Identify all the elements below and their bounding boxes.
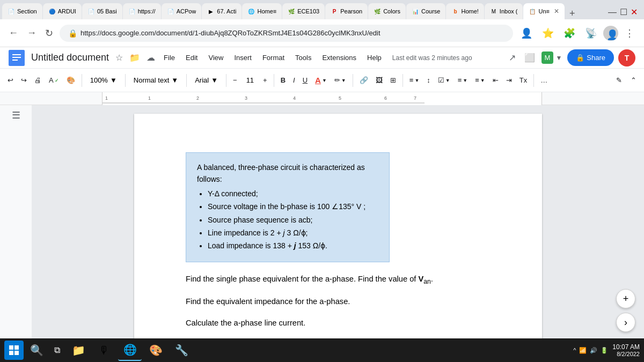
sidebar-outline-icon[interactable]: ☰ <box>12 109 20 121</box>
style-dropdown[interactable]: Normal text ▼ <box>129 73 183 87</box>
highlight-button[interactable]: ✏ ▼ <box>331 74 349 86</box>
user-avatar[interactable]: T <box>618 49 635 67</box>
minimize-button[interactable]: — <box>608 8 617 17</box>
cloud-save-button[interactable]: ☁ <box>144 50 157 65</box>
tab-arduin[interactable]: 🔵 ARDUI <box>43 3 82 19</box>
forward-button[interactable]: → <box>25 25 39 41</box>
google-meet-button[interactable]: M <box>541 51 554 64</box>
link-button[interactable]: 🔗 <box>356 74 371 86</box>
tab-05basic[interactable]: 📄 05 Basi <box>82 3 122 19</box>
new-tab-button[interactable]: + <box>565 8 580 19</box>
cast-icon[interactable]: 📡 <box>582 24 600 42</box>
menu-view[interactable]: View <box>204 50 228 65</box>
account-avatar[interactable]: 👤 <box>603 26 618 41</box>
table-button[interactable]: ⊞ <box>387 74 399 86</box>
start-button[interactable] <box>4 341 24 360</box>
browser-menu-button[interactable]: ⋮ <box>621 24 638 42</box>
font-dropdown[interactable]: Arial ▼ <box>190 73 223 87</box>
collapse-toolbar-button[interactable]: ⌃ <box>627 74 640 86</box>
docs-canvas[interactable]: A balanced, three-phase circuit is chara… <box>32 105 644 338</box>
redo-button[interactable]: ↪ <box>18 74 30 86</box>
align-button[interactable]: ≡▼ <box>406 74 423 86</box>
taskbar-search-button[interactable]: 🔍 <box>26 342 48 359</box>
address-input[interactable] <box>80 29 504 37</box>
tab-untitled[interactable]: 📋 Un≡ ✕ <box>523 3 564 19</box>
menu-extensions[interactable]: Extensions <box>318 50 361 65</box>
tab-close-untitled[interactable]: ✕ <box>554 8 559 15</box>
font-color-button[interactable]: A ▼ <box>312 73 330 87</box>
bold-button[interactable]: B <box>277 74 289 86</box>
separator-5 <box>274 74 274 87</box>
more-formatting-button[interactable]: … <box>537 74 551 86</box>
numbered-list-button[interactable]: ≡▼ <box>472 74 488 86</box>
taskbar-app6-button[interactable]: 🔧 <box>170 339 193 361</box>
font-size-dropdown[interactable]: 11 <box>241 73 259 87</box>
google-meet-dropdown[interactable]: ▼ <box>554 52 563 64</box>
star-button[interactable]: ☆ <box>113 50 125 65</box>
menu-format[interactable]: Format <box>258 50 289 65</box>
tab-ece103[interactable]: 🌿 ECE103 <box>282 3 325 19</box>
tab-homeb[interactable]: b Home! <box>446 3 484 19</box>
bookmark-icon[interactable]: ⭐ <box>539 24 557 42</box>
indent-more-button[interactable]: ⇥ <box>503 74 515 86</box>
restore-button[interactable]: ☐ <box>620 7 627 17</box>
indent-less-button[interactable]: ⇤ <box>489 74 502 86</box>
tab-course[interactable]: 📊 Course <box>406 3 445 19</box>
menu-edit[interactable]: Edit <box>181 50 202 65</box>
font-size-increase-button[interactable]: + <box>260 74 270 86</box>
menu-tools[interactable]: Tools <box>291 50 316 65</box>
clear-formatting-button[interactable]: Tx <box>516 74 530 86</box>
view-mode-button[interactable]: ⬜ <box>522 50 537 65</box>
tab-acpow[interactable]: 📄 ACPow <box>162 3 202 19</box>
battery-icon[interactable]: 🔋 <box>601 347 608 354</box>
zoom-dropdown[interactable]: 100% ▼ <box>85 73 122 87</box>
volume-icon[interactable]: 🔊 <box>590 347 597 354</box>
menu-help[interactable]: Help <box>363 50 386 65</box>
collapse-right-button[interactable]: › <box>616 313 635 332</box>
tab-homes[interactable]: 🌐 Home≡ <box>242 3 282 19</box>
zoom-in-floating-button[interactable]: + <box>616 289 635 308</box>
reload-button[interactable]: ↻ <box>43 25 55 41</box>
docs-menubar: Untitled document ☆ 📁 ☁ File Edit View I… <box>0 47 644 69</box>
tab-section[interactable]: 📄 Section <box>2 3 42 19</box>
font-size-decrease-button[interactable]: − <box>230 74 240 86</box>
undo-button[interactable]: ↩ <box>4 74 17 86</box>
separator-6 <box>353 74 353 87</box>
spellcheck-button[interactable]: A✓ <box>46 74 62 86</box>
edit-pen-button[interactable]: ✎ <box>613 74 625 86</box>
italic-button[interactable]: I <box>290 74 298 86</box>
close-button[interactable]: ✕ <box>631 7 638 17</box>
bullet-list-button[interactable]: ≡▼ <box>455 74 471 86</box>
paint-format-button[interactable]: 🎨 <box>63 74 78 86</box>
print-button[interactable]: 🖨 <box>31 74 45 86</box>
taskbar-colorpicker-button[interactable]: 🎨 <box>144 339 167 361</box>
taskbar-clock[interactable]: 10:07 AM 8/2/2022 <box>612 343 640 357</box>
taskbar-teams-button[interactable]: 🎙 <box>92 339 116 361</box>
separator-4 <box>226 74 226 87</box>
extensions-icon[interactable]: 🧩 <box>560 24 579 42</box>
tab-inbox[interactable]: M Inbox ( <box>485 3 523 19</box>
address-bar[interactable]: 🔒 <box>60 25 513 42</box>
line-spacing-button[interactable]: ↕ <box>423 74 434 86</box>
taskbar-taskview-button[interactable]: ⧉ <box>50 343 64 357</box>
tab-67act[interactable]: ▶ 67. Acti <box>202 3 241 19</box>
tab-https[interactable]: 📄 https:// <box>123 3 161 19</box>
taskbar-chrome-button[interactable]: 🌐 <box>118 339 142 361</box>
image-button[interactable]: 🖼 <box>372 74 386 86</box>
tab-colors[interactable]: 🌿 Colors <box>368 3 406 19</box>
wifi-icon[interactable]: 📶 <box>579 347 587 354</box>
share-button[interactable]: 🔒 Share <box>567 49 614 66</box>
zoom-chevron-icon: ▼ <box>110 76 117 84</box>
tab-pearson[interactable]: P Pearson <box>325 3 368 19</box>
underline-button[interactable]: U <box>299 74 311 86</box>
expand-outline-button[interactable]: ↗ <box>507 50 518 65</box>
profile-icon[interactable]: 👤 <box>517 24 536 42</box>
system-tray-expand-icon[interactable]: ^ <box>573 347 576 353</box>
folder-button[interactable]: 📁 <box>127 50 142 65</box>
menu-insert[interactable]: Insert <box>230 50 256 65</box>
taskbar-files-button[interactable]: 📁 <box>67 339 90 361</box>
menu-file[interactable]: File <box>159 50 179 65</box>
checklist-button[interactable]: ☑▼ <box>435 74 453 86</box>
back-button[interactable]: ← <box>6 25 20 41</box>
highlight-chevron-icon: ▼ <box>341 78 346 83</box>
